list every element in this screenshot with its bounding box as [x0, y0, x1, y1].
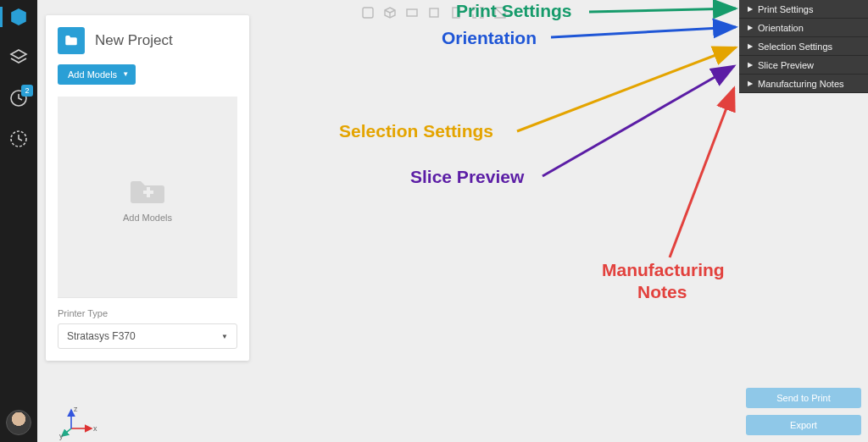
- chevron-right-icon: ▶: [748, 24, 753, 31]
- action-button-bar: Send to Print Export: [746, 388, 861, 435]
- models-dropzone[interactable]: Add Models: [58, 97, 237, 297]
- chevron-right-icon: ▶: [748, 61, 753, 69]
- annotation-selection-settings-label: Selection Settings: [339, 121, 493, 141]
- nav-layers[interactable]: [7, 46, 31, 69]
- left-nav-rail: 2: [0, 0, 37, 442]
- svg-line-24: [670, 88, 734, 257]
- accordion-label: Orientation: [758, 23, 804, 33]
- svg-line-22: [517, 47, 736, 131]
- axis-y-label: y: [59, 432, 64, 440]
- printer-selected-value: Stratasys F370: [67, 330, 136, 342]
- accordion-manufacturing-notes[interactable]: ▶Manufacturing Notes: [739, 75, 868, 93]
- svg-rect-12: [407, 9, 417, 16]
- printer-section: Printer Type Stratasys F370: [58, 297, 237, 349]
- svg-rect-6: [147, 187, 150, 197]
- accordion-slice-preview[interactable]: ▶Slice Preview: [739, 56, 868, 75]
- view-top-icon[interactable]: [404, 5, 420, 20]
- svg-line-16: [495, 8, 505, 18]
- svg-marker-2: [11, 50, 26, 58]
- panel-header: New Project: [58, 27, 237, 54]
- view-side-icon[interactable]: [448, 5, 464, 20]
- accordion-print-settings[interactable]: ▶Print Settings: [739, 0, 868, 19]
- annotation-orientation-label: Orientation: [442, 28, 537, 47]
- printer-type-label: Printer Type: [58, 308, 237, 318]
- annotation-manufacturing-label-1: Manufacturing: [602, 260, 725, 279]
- accordion-orientation[interactable]: ▶Orientation: [739, 19, 868, 37]
- printer-type-select[interactable]: Stratasys F370: [58, 323, 237, 349]
- annotation-slice-preview-label: Slice Preview: [410, 167, 525, 186]
- svg-line-21: [551, 27, 736, 37]
- accordion-label: Slice Preview: [758, 60, 814, 70]
- view-toolbar: [360, 5, 508, 20]
- svg-line-18: [62, 428, 71, 436]
- accordion-label: Manufacturing Notes: [758, 79, 844, 89]
- chevron-right-icon: ▶: [748, 5, 753, 13]
- accordion-label: Print Settings: [758, 4, 813, 14]
- chevron-right-icon: ▶: [748, 80, 753, 87]
- dropzone-caption: Add Models: [123, 213, 172, 223]
- axis-z-label: z: [74, 405, 78, 413]
- svg-line-9: [385, 10, 390, 13]
- nav-build[interactable]: [7, 5, 31, 29]
- svg-line-23: [542, 66, 734, 176]
- add-models-icon: [128, 172, 167, 206]
- view-cube-icon[interactable]: [382, 5, 398, 20]
- add-models-button[interactable]: Add Models: [58, 64, 136, 85]
- settings-accordion: ▶Print Settings ▶Orientation ▶Selection …: [739, 0, 868, 93]
- project-panel: New Project Add Models Add Models Printe…: [46, 15, 249, 361]
- annotation-manufacturing-label-2: Notes: [637, 282, 687, 301]
- nav-history[interactable]: 2: [7, 86, 31, 110]
- svg-rect-7: [363, 8, 373, 18]
- nav-recent[interactable]: [7, 127, 31, 151]
- history-badge: 2: [21, 85, 33, 97]
- svg-line-10: [390, 10, 395, 13]
- view-front-icon[interactable]: [426, 5, 442, 20]
- folder-icon: [58, 27, 85, 54]
- export-button[interactable]: Export: [746, 415, 861, 435]
- accordion-label: Selection Settings: [758, 41, 832, 52]
- user-avatar[interactable]: [6, 410, 31, 435]
- axis-x-label: x: [93, 424, 97, 433]
- svg-rect-14: [453, 8, 459, 18]
- send-to-print-button[interactable]: Send to Print: [746, 388, 861, 408]
- view-section-icon[interactable]: [492, 5, 508, 20]
- accordion-selection-settings[interactable]: ▶Selection Settings: [739, 37, 868, 56]
- panel-title: New Project: [95, 32, 173, 49]
- axis-gizmo: x y z: [59, 405, 100, 439]
- svg-line-20: [589, 8, 736, 12]
- svg-rect-13: [430, 8, 438, 17]
- view-home-icon[interactable]: [360, 5, 376, 20]
- chevron-right-icon: ▶: [748, 42, 753, 50]
- view-fit-icon[interactable]: [470, 5, 486, 20]
